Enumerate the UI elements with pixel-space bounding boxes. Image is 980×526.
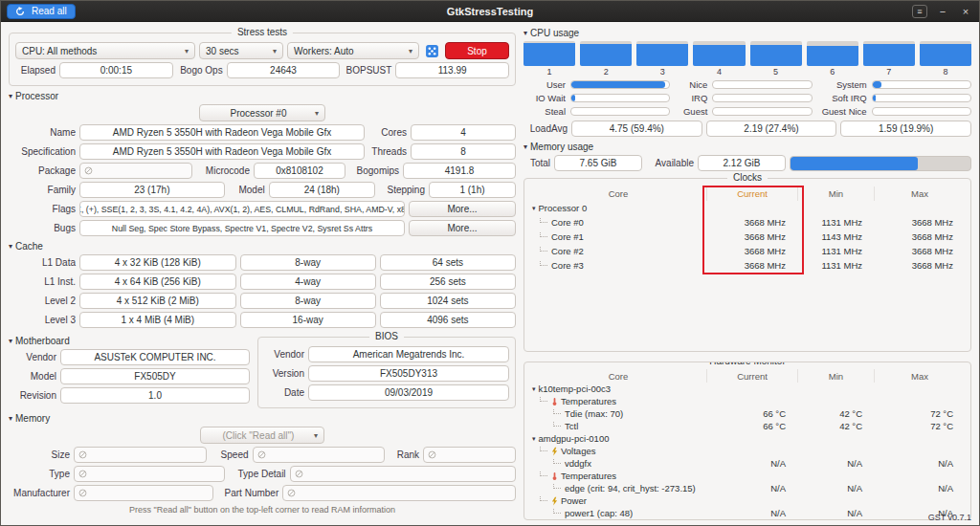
clocks-row-core1[interactable]: Core #1 3668 MHz 1143 MHz 3668 MHz (530, 230, 965, 244)
cores-value[interactable]: 4 (411, 124, 516, 141)
flags-value[interactable]: MMX, (+), SSE(1, 2, 3, 3S, 4.1, 4.2, 4A)… (79, 201, 405, 217)
cache-sets-value[interactable]: 256 sets (380, 274, 516, 290)
flags-more-button[interactable]: More... (409, 201, 516, 217)
cpu-core-bars: 1 2 3 4 5 6 7 8 (523, 41, 971, 77)
clocks-header-min[interactable]: Min (797, 186, 874, 201)
hwmon-header-row: Core Current Min Max (530, 369, 965, 383)
close-icon[interactable]: × (958, 5, 973, 18)
mem-available-value[interactable]: 2.12 GiB (698, 155, 786, 171)
model-value[interactable]: 24 (18h) (269, 182, 375, 198)
motherboard-expander[interactable]: ▾ Motherboard (9, 336, 250, 346)
clocks-header-core[interactable]: Core (530, 186, 706, 201)
cpu-name-value[interactable]: AMD Ryzen 5 3550H with Radeon Vega Mobil… (79, 124, 365, 141)
hwmon-row-power1[interactable]: power1 (cap: 48) N/A N/A N/A (530, 507, 965, 519)
hwmon-header-core[interactable]: Core (530, 369, 706, 383)
loadavg-5min[interactable]: 2.19 (27.4%) (706, 121, 837, 137)
clocks-header-current[interactable]: Current (706, 186, 797, 201)
stepping-value[interactable]: 1 (1h) (429, 182, 516, 198)
clocks-row-core2[interactable]: Core #2 3668 MHz 1131 MHz 3668 MHz (530, 244, 965, 258)
mem-manufacturer-label: Manufacturer (9, 488, 70, 498)
spec-value[interactable]: AMD Ryzen 5 3550H with Radeon Vega Mobil… (79, 143, 365, 160)
cache-expander[interactable]: ▾ Cache (9, 241, 516, 252)
right-column: ▾ CPU usage 1 2 3 4 5 6 7 8 User Nice Sy… (523, 26, 971, 523)
memory-expander[interactable]: ▾ Memory (9, 413, 516, 424)
expander-icon[interactable]: ▾ (532, 435, 536, 443)
microcode-value[interactable]: 0x8108102 (254, 163, 345, 179)
motherboard-title: Motherboard (15, 336, 70, 346)
mb-model-value[interactable]: FX505DY (60, 368, 250, 384)
loadavg-1min[interactable]: 4.75 (59.4%) (571, 121, 702, 137)
cache-sets-value[interactable]: 4096 sets (380, 312, 516, 328)
bopsust-label: BOPSUST (344, 65, 391, 76)
processor-selector-combo[interactable]: Processor #0 ▾ (199, 104, 325, 121)
mem-total-value[interactable]: 7.65 GiB (554, 155, 642, 171)
processor-expander[interactable]: ▾ Processor (9, 91, 516, 101)
memory-usage-expander[interactable]: ▾ Memory usage (523, 142, 971, 152)
hwmon-row-tctl[interactable]: Tctl 66 °C 42 °C 72 °C (530, 420, 965, 432)
hwmon-row-temperatures1[interactable]: Temperatures (530, 395, 965, 407)
hwmon-header-min[interactable]: Min (797, 369, 874, 383)
hwmon-header-current[interactable]: Current (706, 369, 797, 383)
nice-label: Nice (675, 79, 707, 90)
hwmon-row-voltages[interactable]: Voltages (530, 445, 965, 457)
mem-type-detail-value (290, 466, 516, 482)
bios-vendor-value[interactable]: American Megatrends Inc. (308, 346, 509, 362)
threads-value[interactable]: 8 (411, 143, 516, 160)
cache-size-value[interactable]: 4 x 512 KiB (2 MiB) (79, 293, 236, 309)
dice-icon[interactable] (425, 44, 439, 58)
cache-sets-value[interactable]: 1024 sets (380, 293, 516, 309)
loadavg-15min[interactable]: 1.59 (19.9%) (840, 121, 971, 137)
family-label: Family (9, 185, 76, 195)
family-value[interactable]: 23 (17h) (79, 182, 225, 198)
minimize-icon[interactable]: − (935, 5, 950, 18)
bios-date-value[interactable]: 09/03/2019 (308, 384, 509, 401)
bios-version-value[interactable]: FX505DY313 (308, 365, 509, 382)
bugs-value[interactable]: Null Seg, Spec Store Bypass, Spectre V1,… (79, 220, 405, 236)
mem-total-label: Total (523, 158, 550, 168)
hwmon-row-vddgfx[interactable]: vddgfx N/A N/A N/A (530, 457, 965, 470)
menu-icon[interactable]: ≡ (912, 5, 927, 18)
cpu-core-bar-8: 8 (920, 41, 971, 77)
cache-way-value[interactable]: 16-way (240, 312, 376, 328)
cache-size-value[interactable]: 4 x 64 KiB (256 KiB) (79, 274, 236, 290)
insensitive-icon (295, 470, 303, 478)
stop-button[interactable]: Stop (445, 42, 509, 59)
mb-revision-value[interactable]: 1.0 (60, 387, 250, 404)
bogomips-value[interactable]: 4191.8 (403, 163, 516, 179)
stress-workers-combo[interactable]: Workers: Auto ▾ (287, 42, 419, 59)
clocks-header-max[interactable]: Max (874, 186, 965, 201)
cpu-usage-expander[interactable]: ▾ CPU usage (523, 28, 971, 38)
hwmon-row-tdie[interactable]: Tdie (max: 70) 66 °C 42 °C 72 °C (530, 407, 965, 420)
titlebar: GtkStressTesting Read all ≡ − × (1, 1, 979, 22)
read-all-button[interactable]: Read all (7, 4, 76, 19)
mem-rank-value (423, 447, 516, 463)
cache-way-value[interactable]: 8-way (240, 254, 376, 271)
stress-method-combo[interactable]: CPU: All methods ▾ (15, 42, 195, 59)
hwmon-row-device1[interactable]: ▾k10temp-pci-00c3 (530, 383, 965, 395)
hwmon-header-max[interactable]: Max (874, 369, 965, 383)
clocks-row-core0[interactable]: Core #0 3668 MHz 1131 MHz 3668 MHz (530, 215, 965, 230)
expander-icon[interactable]: ▾ (532, 385, 536, 393)
elapsed-value[interactable]: 0:00:15 (59, 62, 173, 78)
cache-sets-value[interactable]: 64 sets (380, 254, 516, 271)
hwmon-row-power[interactable]: Power (530, 494, 965, 507)
cache-way-value[interactable]: 8-way (240, 293, 376, 309)
cache-size-value[interactable]: 4 x 32 KiB (128 KiB) (79, 254, 236, 271)
hwmon-row-temperatures2[interactable]: Temperatures (530, 470, 965, 482)
mem-type-label: Type (9, 469, 70, 479)
cache-way-value[interactable]: 4-way (240, 274, 376, 290)
hwmon-row-edge[interactable]: edge (crit: 94, crit_hyst: -273.15) N/A … (530, 482, 965, 494)
stress-duration-combo[interactable]: 30 secs ▾ (199, 42, 283, 59)
bugs-more-button[interactable]: More... (409, 220, 516, 236)
tree-connector (553, 408, 561, 414)
mb-vendor-value[interactable]: ASUSTeK COMPUTER INC. (60, 349, 250, 365)
bogo-ops-value[interactable]: 24643 (227, 62, 341, 78)
cache-size-value[interactable]: 1 x 4 MiB (4 MiB) (79, 312, 236, 328)
insensitive-icon (257, 450, 266, 459)
hwmon-row-device2[interactable]: ▾amdgpu-pci-0100 (530, 432, 965, 445)
bopsust-value[interactable]: 113.99 (395, 62, 509, 78)
bios-title: BIOS (369, 331, 404, 341)
clocks-row-processor[interactable]: ▾Processor 0 (530, 201, 965, 215)
clocks-row-core3[interactable]: Core #3 3668 MHz 1131 MHz 3668 MHz (530, 258, 965, 273)
expander-icon[interactable]: ▾ (532, 205, 536, 212)
